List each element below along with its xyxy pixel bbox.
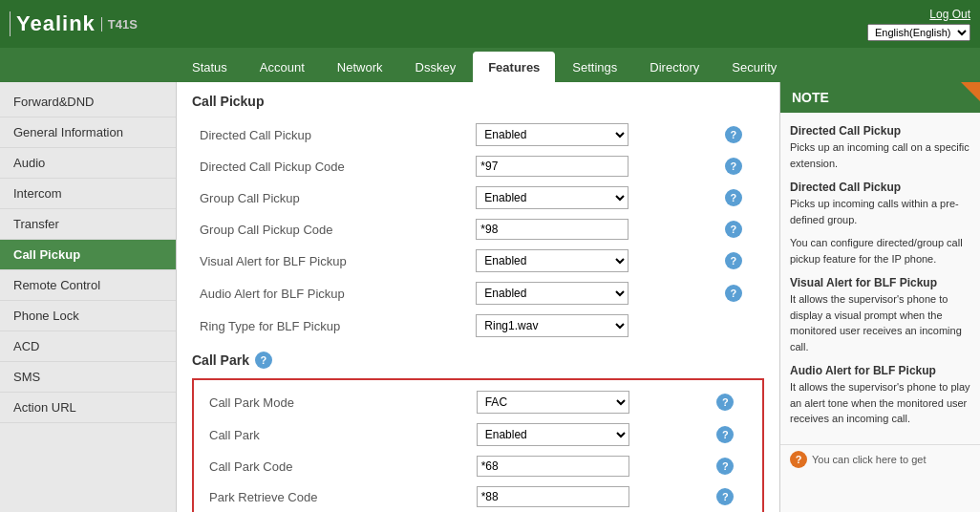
table-row: Park Retrieve Code ?: [202, 481, 755, 512]
help-cell: ?: [709, 386, 755, 418]
help-icon[interactable]: ?: [725, 221, 742, 238]
call-park-title-row: Call Park ?: [192, 352, 764, 369]
call-pickup-title: Call Pickup: [192, 94, 764, 109]
help-cell: ?: [709, 418, 755, 451]
audio-alert-select[interactable]: EnabledDisabled: [476, 282, 628, 305]
tab-account[interactable]: Account: [245, 52, 320, 82]
sidebar-item-general-info[interactable]: General Information: [0, 117, 176, 148]
help-icon[interactable]: ?: [725, 126, 742, 143]
tab-security[interactable]: Security: [716, 52, 792, 82]
tab-features[interactable]: Features: [473, 52, 555, 82]
nav-tabs: Status Account Network Dsskey Features S…: [0, 48, 980, 82]
note-header: NOTE: [780, 82, 980, 113]
field-value: EnabledDisabled: [468, 181, 716, 214]
call-park-table: Call Park Mode FACTransfer ? Call Park E…: [202, 386, 755, 512]
sidebar-item-transfer[interactable]: Transfer: [0, 209, 176, 240]
call-park-mode-select[interactable]: FACTransfer: [477, 391, 629, 414]
table-row: Directed Call Pickup Code ?: [192, 151, 764, 181]
tab-network[interactable]: Network: [322, 52, 398, 82]
field-value: EnabledDisabled: [468, 245, 716, 277]
note-content: Directed Call PickupPicks up an incoming…: [780, 113, 980, 444]
ring-type-select[interactable]: Ring1.wavRing2.wav: [476, 314, 628, 337]
help-icon[interactable]: ?: [716, 426, 734, 443]
field-label: Audio Alert for BLF Pickup: [192, 277, 468, 309]
call-park-title: Call Park: [192, 352, 249, 368]
help-icon[interactable]: ?: [725, 285, 742, 302]
call-park-section: Call Park Mode FACTransfer ? Call Park E…: [192, 378, 764, 512]
sidebar-item-action-url[interactable]: Action URL: [0, 393, 176, 423]
call-park-code-input[interactable]: [477, 456, 629, 477]
table-row: Audio Alert for BLF Pickup EnabledDisabl…: [192, 277, 764, 309]
field-label: Group Call Pickup: [192, 181, 468, 214]
note-footer-icon[interactable]: ?: [790, 451, 807, 468]
table-row: Visual Alert for BLF Pickup EnabledDisab…: [192, 245, 764, 277]
table-row: Group Call Pickup Code ?: [192, 214, 764, 245]
group-call-pickup-code-input[interactable]: [476, 219, 628, 240]
language-select[interactable]: English(English): [867, 24, 970, 41]
field-label: Directed Call Pickup: [192, 118, 468, 151]
visual-alert-select[interactable]: EnabledDisabled: [476, 249, 628, 272]
help-cell: ?: [717, 277, 764, 309]
help-cell: ?: [717, 151, 764, 181]
tab-settings[interactable]: Settings: [557, 52, 632, 82]
help-icon[interactable]: ?: [725, 158, 742, 175]
field-value: [468, 151, 716, 181]
note-entry: Directed Call PickupPicks up incoming ca…: [790, 179, 970, 227]
field-label: Ring Type for BLF Pickup: [192, 309, 468, 342]
sidebar-item-phone-lock[interactable]: Phone Lock: [0, 301, 176, 331]
tab-status[interactable]: Status: [177, 52, 243, 82]
help-icon[interactable]: ?: [716, 394, 734, 411]
sidebar-item-remote-control[interactable]: Remote Control: [0, 270, 176, 301]
logo-model: T41S: [101, 17, 138, 32]
help-cell: ?: [709, 451, 755, 481]
table-row: Call Park Code ?: [202, 451, 755, 481]
main-content: Call Pickup Directed Call Pickup Enabled…: [177, 82, 779, 512]
table-row: Ring Type for BLF Pickup Ring1.wavRing2.…: [192, 309, 764, 342]
tab-dsskey[interactable]: Dsskey: [400, 52, 472, 82]
table-row: Directed Call Pickup EnabledDisabled ?: [192, 118, 764, 151]
call-park-select[interactable]: EnabledDisabled: [477, 423, 629, 446]
sidebar-item-sms[interactable]: SMS: [0, 362, 176, 393]
help-cell: ?: [709, 481, 755, 512]
note-entry: Visual Alert for BLF PickupIt allows the…: [790, 274, 970, 354]
call-park-help-icon[interactable]: ?: [255, 352, 272, 369]
main-layout: Forward&DND General Information Audio In…: [0, 82, 980, 512]
field-value: [468, 214, 716, 245]
top-right-area: Log Out English(English): [867, 8, 970, 41]
directed-call-pickup-code-input[interactable]: [476, 156, 628, 177]
table-row: Call Park EnabledDisabled ?: [202, 418, 755, 451]
help-icon[interactable]: ?: [725, 252, 742, 269]
logo-brand: Yealink: [10, 11, 96, 36]
help-cell: ?: [717, 245, 764, 277]
group-call-pickup-select[interactable]: EnabledDisabled: [476, 186, 628, 209]
tab-directory[interactable]: Directory: [634, 52, 714, 82]
park-retrieve-code-input[interactable]: [477, 486, 629, 507]
note-footer-text: You can click here to get: [812, 454, 926, 465]
app-header: Yealink T41S Log Out English(English): [0, 0, 980, 48]
sidebar-item-acd[interactable]: ACD: [0, 331, 176, 362]
field-label: Call Park Mode: [202, 386, 469, 418]
help-cell: [717, 309, 764, 342]
field-value: EnabledDisabled: [469, 418, 710, 451]
sidebar-item-audio[interactable]: Audio: [0, 148, 176, 179]
table-row: Group Call Pickup EnabledDisabled ?: [192, 181, 764, 214]
note-entry: Audio Alert for BLF PickupIt allows the …: [790, 362, 970, 427]
note-footer: ? You can click here to get: [780, 444, 980, 474]
field-value: EnabledDisabled: [468, 118, 716, 151]
call-pickup-table: Directed Call Pickup EnabledDisabled ? D…: [192, 118, 764, 342]
sidebar-item-call-pickup[interactable]: Call Pickup: [0, 240, 176, 270]
sidebar-item-intercom[interactable]: Intercom: [0, 179, 176, 209]
field-label: Call Park: [202, 418, 469, 451]
field-value: FACTransfer: [469, 386, 710, 418]
help-icon[interactable]: ?: [716, 458, 734, 475]
help-icon[interactable]: ?: [725, 189, 742, 206]
note-panel: NOTE Directed Call PickupPicks up an inc…: [779, 82, 980, 512]
help-cell: ?: [717, 214, 764, 245]
directed-call-pickup-select[interactable]: EnabledDisabled: [476, 123, 628, 146]
help-icon[interactable]: ?: [716, 488, 734, 505]
note-entry: You can configure directed/group call pi…: [790, 235, 970, 267]
logout-button[interactable]: Log Out: [929, 8, 970, 21]
help-cell: ?: [717, 181, 764, 214]
sidebar-item-forward-dnd[interactable]: Forward&DND: [0, 87, 176, 117]
help-cell: ?: [717, 118, 764, 151]
